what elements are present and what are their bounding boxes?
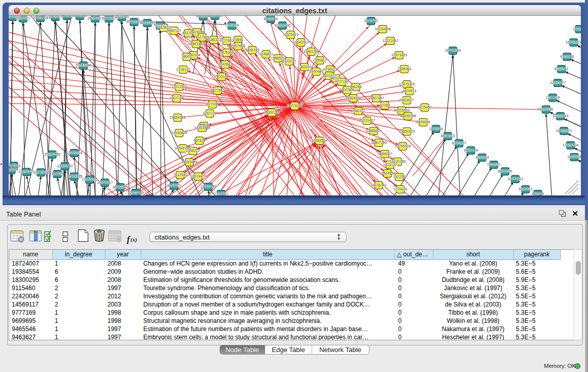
svg-text:9242843: 9242843	[218, 62, 232, 66]
svg-text:812045: 812045	[532, 192, 543, 195]
svg-text:3624574: 3624574	[402, 89, 416, 93]
svg-text:9474444: 9474444	[464, 148, 477, 152]
svg-text:15720407: 15720407	[359, 119, 375, 122]
svg-text:16640910: 16640910	[293, 40, 309, 44]
svg-text:6794023: 6794023	[323, 68, 337, 71]
svg-text:16914479: 16914479	[190, 174, 206, 178]
svg-text:20206556: 20206556	[44, 152, 60, 156]
svg-text:8454749: 8454749	[245, 48, 259, 52]
svg-text:19384554: 19384554	[311, 139, 327, 142]
svg-text:1362615: 1362615	[297, 65, 311, 69]
svg-text:9329966: 9329966	[560, 55, 574, 58]
svg-text:19654923: 19654923	[399, 129, 415, 133]
svg-text:7955812: 7955812	[313, 58, 326, 62]
svg-text:18807289: 18807289	[371, 141, 386, 144]
svg-text:12093877: 12093877	[550, 81, 565, 84]
svg-text:7357274: 7357274	[225, 24, 238, 27]
svg-text:20691406: 20691406	[32, 16, 48, 19]
svg-text:16543382: 16543382	[188, 42, 204, 46]
svg-text:1807158: 1807158	[169, 96, 183, 100]
svg-text:8960124: 8960124	[167, 29, 181, 32]
svg-text:9227342: 9227342	[554, 67, 568, 71]
svg-text:8427552: 8427552	[210, 89, 224, 92]
svg-text:1615132: 1615132	[383, 163, 397, 166]
svg-text:10688609: 10688609	[365, 129, 381, 133]
svg-text:8485061: 8485061	[9, 164, 21, 167]
svg-text:20756928: 20756928	[395, 144, 410, 148]
svg-text:13524851: 13524851	[379, 171, 395, 175]
svg-text:(x): (x)	[130, 236, 137, 243]
svg-text:7485063: 7485063	[397, 67, 411, 71]
svg-text:17359914: 17359914	[66, 151, 82, 155]
svg-text:17016504: 17016504	[562, 143, 578, 147]
svg-text:8938913: 8938913	[441, 134, 454, 138]
svg-text:2718170: 2718170	[176, 68, 190, 71]
svg-text:0899695: 0899695	[416, 120, 430, 124]
svg-text:2967608: 2967608	[231, 44, 245, 48]
svg-text:3915154: 3915154	[9, 168, 18, 171]
svg-text:6379197: 6379197	[452, 141, 466, 145]
svg-text:1244419: 1244419	[546, 96, 559, 99]
svg-text:417006: 417006	[206, 102, 218, 106]
svg-text:114519: 114519	[52, 172, 63, 176]
svg-text:19166825: 19166825	[171, 131, 187, 135]
svg-text:15300265: 15300265	[264, 111, 279, 114]
svg-text:3215938: 3215938	[539, 107, 553, 111]
svg-text:9684047: 9684047	[378, 152, 391, 156]
svg-text:20053346: 20053346	[75, 63, 91, 67]
svg-text:10218506: 10218506	[274, 24, 290, 27]
svg-text:20546: 20546	[233, 38, 243, 41]
svg-text:6466102: 6466102	[102, 16, 116, 20]
svg-text:14495798: 14495798	[400, 114, 416, 118]
svg-text:20364436: 20364436	[345, 96, 361, 100]
svg-text:252214: 252214	[393, 175, 405, 179]
svg-text:9463627: 9463627	[400, 98, 413, 102]
svg-text:16782759: 16782759	[112, 185, 128, 189]
svg-text:12213967: 12213967	[382, 39, 398, 42]
svg-text:12505135: 12505135	[66, 174, 82, 178]
svg-text:16648784: 16648784	[445, 49, 461, 52]
svg-text:945120: 945120	[330, 76, 341, 80]
svg-text:7632621: 7632621	[487, 163, 500, 166]
svg-text:18226058: 18226058	[189, 30, 205, 34]
svg-text:1167530: 1167530	[568, 155, 581, 159]
svg-text:18724007: 18724007	[287, 104, 302, 107]
svg-text:10653267: 10653267	[72, 16, 88, 17]
svg-text:10807487: 10807487	[368, 96, 384, 100]
svg-text:15716485: 15716485	[200, 185, 216, 188]
svg-text:2087682: 2087682	[364, 19, 378, 23]
svg-text:9777109: 9777109	[335, 80, 349, 83]
svg-text:15692971: 15692971	[556, 129, 572, 133]
svg-text:11325419: 11325419	[283, 33, 299, 36]
svg-text:1733426: 1733426	[393, 187, 407, 191]
svg-text:16961758: 16961758	[303, 50, 319, 53]
svg-text:8322037: 8322037	[282, 59, 296, 63]
svg-text:8921055: 8921055	[115, 16, 128, 18]
svg-text:12942737: 12942737	[33, 170, 49, 174]
svg-text:9457771: 9457771	[167, 184, 181, 187]
svg-text:98901: 98901	[182, 55, 192, 58]
svg-text:9245612: 9245612	[518, 187, 532, 191]
svg-text:8186323: 8186323	[207, 38, 221, 41]
svg-text:9146821: 9146821	[259, 52, 273, 56]
svg-text:13975887: 13975887	[57, 164, 73, 168]
svg-text:14353584: 14353584	[194, 126, 210, 129]
svg-text:15751074: 15751074	[565, 40, 581, 44]
svg-text:9215460: 9215460	[418, 105, 431, 109]
svg-text:6897508: 6897508	[340, 88, 354, 92]
svg-text:10973493: 10973493	[391, 53, 407, 57]
svg-text:19654985: 19654985	[169, 116, 185, 119]
svg-text:17957225: 17957225	[81, 178, 97, 181]
svg-text:9127502: 9127502	[220, 39, 233, 42]
svg-text:8813054: 8813054	[264, 17, 277, 20]
svg-text:12156829: 12156829	[18, 170, 34, 173]
svg-text:15276021: 15276021	[87, 16, 103, 20]
svg-text:3267130: 3267130	[203, 112, 216, 115]
svg-text:1204551: 1204551	[214, 192, 228, 195]
svg-text:62160: 62160	[380, 103, 390, 107]
svg-text:16033809: 16033809	[207, 16, 223, 17]
svg-text:8471676: 8471676	[498, 169, 512, 173]
svg-text:12923485: 12923485	[127, 191, 143, 194]
svg-text:10154808: 10154808	[375, 27, 390, 31]
svg-text:887834: 887834	[193, 139, 205, 142]
